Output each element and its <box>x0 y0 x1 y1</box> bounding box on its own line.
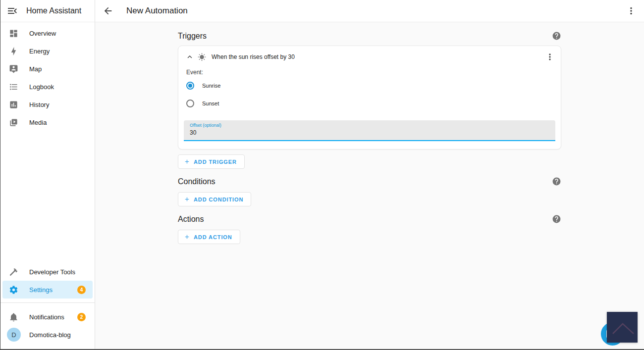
sidebar-item-map[interactable]: Map <box>2 60 93 78</box>
sunset-radio[interactable] <box>186 100 194 107</box>
add-trigger-button[interactable]: ADD TRIGGER <box>178 154 245 169</box>
radio-option-sunrise[interactable]: Sunrise <box>186 77 561 95</box>
sidebar-item-label: Developer Tools <box>29 268 88 276</box>
map-person-icon <box>9 64 18 74</box>
app-window: Home Assistant Overview Energy Map <box>0 0 644 349</box>
profile-name: Domotica-blog <box>29 331 88 339</box>
hammer-icon <box>9 267 18 277</box>
sidebar-item-history[interactable]: History <box>2 96 93 113</box>
sidebar-item-profile[interactable]: D Domotica-blog <box>2 326 93 344</box>
overflow-menu-button[interactable] <box>625 5 637 17</box>
triggers-help-icon[interactable] <box>552 31 561 41</box>
sun-icon <box>198 53 206 61</box>
plus-icon <box>184 196 190 202</box>
plus-icon <box>184 158 190 165</box>
domotica-blog-logo <box>607 312 638 343</box>
sidebar-item-label: Media <box>29 119 88 126</box>
trigger-card-title: When the sun rises offset by 30 <box>212 53 545 60</box>
sidebar-item-label: History <box>29 101 88 108</box>
sidebar-item-developer-tools[interactable]: Developer Tools <box>2 263 93 281</box>
page-title: New Automation <box>126 6 625 16</box>
lightning-bolt-icon <box>9 47 18 56</box>
conditions-help-icon[interactable] <box>552 177 561 186</box>
content-scroll[interactable]: Triggers When the sun rises offset by 30 <box>95 22 644 349</box>
conditions-title: Conditions <box>178 177 215 186</box>
sidebar-header: Home Assistant <box>0 0 95 22</box>
settings-badge: 4 <box>77 286 86 294</box>
add-condition-label: ADD CONDITION <box>194 197 243 202</box>
avatar: D <box>7 328 21 342</box>
sidebar-divider <box>0 302 95 303</box>
add-action-button[interactable]: ADD ACTION <box>178 230 240 244</box>
triggers-section-header: Triggers <box>178 31 561 41</box>
sidebar-bottom: Developer Tools Settings 4 Notifications… <box>0 263 95 344</box>
sidebar-item-label: Map <box>29 65 88 73</box>
dashboard-icon <box>9 29 18 38</box>
actions-title: Actions <box>178 215 204 224</box>
sidebar-item-label: Settings <box>29 286 77 294</box>
event-label: Event: <box>186 69 561 76</box>
sidebar-item-energy[interactable]: Energy <box>2 42 93 60</box>
radio-label: Sunset <box>202 100 219 106</box>
plus-icon <box>184 234 190 240</box>
sidebar-item-label: Logbook <box>29 83 88 91</box>
actions-help-icon[interactable] <box>552 214 561 224</box>
gear-icon <box>9 285 18 295</box>
add-action-label: ADD ACTION <box>194 234 232 240</box>
offset-field-label: Offset (optional) <box>190 123 549 128</box>
sidebar-item-label: Energy <box>29 48 88 55</box>
sidebar-toggle-button[interactable] <box>6 5 18 17</box>
sidebar-item-logbook[interactable]: Logbook <box>2 78 93 96</box>
actions-section-header: Actions <box>178 214 561 224</box>
trigger-card: When the sun rises offset by 30 Event: S… <box>178 46 561 150</box>
list-bulleted-icon <box>9 82 18 92</box>
radio-label: Sunrise <box>202 83 220 89</box>
add-condition-button[interactable]: ADD CONDITION <box>178 192 251 206</box>
app-title: Home Assistant <box>26 6 81 15</box>
main-area: New Automation Triggers <box>95 0 644 349</box>
trigger-card-header: When the sun rises offset by 30 <box>178 46 561 64</box>
sidebar-item-label: Overview <box>29 30 88 37</box>
sunrise-radio[interactable] <box>186 82 194 90</box>
offset-field[interactable]: Offset (optional) <box>184 120 555 141</box>
sidebar-item-media[interactable]: Media <box>2 113 93 131</box>
roof-outline <box>613 324 634 334</box>
triggers-title: Triggers <box>178 32 207 41</box>
sidebar-item-settings[interactable]: Settings 4 <box>2 281 93 299</box>
sidebar-item-label: Notifications <box>29 313 77 321</box>
bell-icon <box>9 312 18 322</box>
notifications-badge: 2 <box>77 313 86 321</box>
sidebar-item-notifications[interactable]: Notifications 2 <box>2 308 93 326</box>
conditions-section-header: Conditions <box>178 177 561 186</box>
sidebar-item-overview[interactable]: Overview <box>2 24 93 42</box>
play-box-icon <box>9 118 18 127</box>
chart-box-icon <box>9 100 18 109</box>
chevron-up-icon[interactable] <box>185 52 194 61</box>
add-trigger-label: ADD TRIGGER <box>194 159 237 165</box>
page-header: New Automation <box>95 0 644 22</box>
sidebar: Home Assistant Overview Energy Map <box>0 0 95 349</box>
offset-input[interactable] <box>190 128 549 136</box>
sidebar-nav: Overview Energy Map Logbook <box>0 22 95 131</box>
back-button[interactable] <box>102 5 114 17</box>
trigger-menu-button[interactable] <box>545 52 555 62</box>
radio-option-sunset[interactable]: Sunset <box>186 95 561 112</box>
